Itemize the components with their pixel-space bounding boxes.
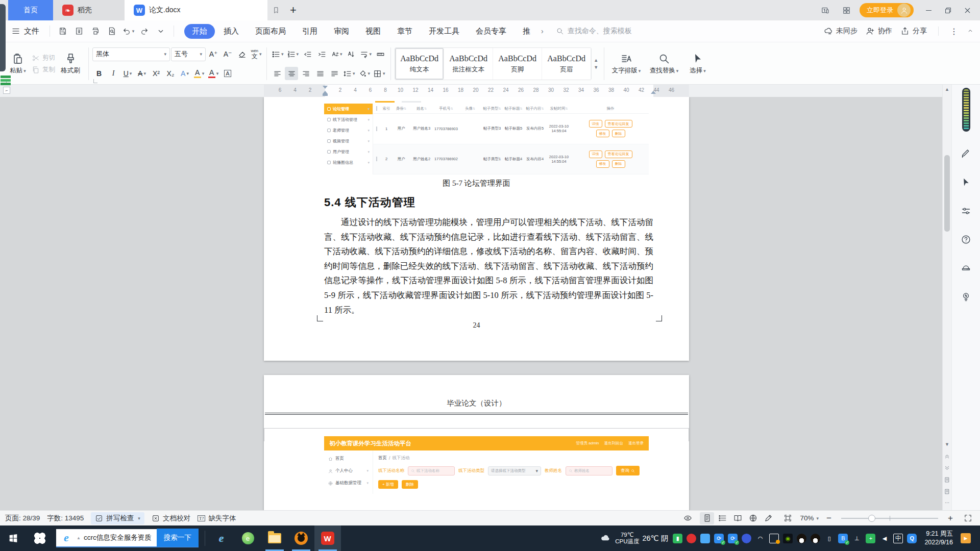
pinwheel-app-button[interactable]	[27, 525, 53, 551]
ribbon-tab[interactable]: 推	[515, 24, 538, 39]
zoom-in-button[interactable]: +	[945, 513, 955, 523]
style-scroll-up-icon[interactable]: ▲	[594, 58, 598, 63]
decrease-indent-button[interactable]	[301, 47, 314, 61]
page-view-button[interactable]	[700, 512, 714, 524]
ribbon-tab[interactable]: 会员专享	[468, 24, 514, 39]
taskbar-search-button[interactable]: 搜索一下	[157, 529, 199, 547]
fit-page-button[interactable]	[780, 512, 795, 524]
tab-home[interactable]: 首页	[8, 0, 53, 20]
start-button[interactable]	[0, 525, 27, 551]
save-button[interactable]	[55, 24, 70, 38]
shading-button[interactable]: ▾	[357, 67, 372, 80]
taskbar-clock[interactable]: 9:21 周五 2022/9/16	[924, 530, 953, 547]
font-color-button[interactable]: A▾	[207, 67, 220, 80]
more-commands-button[interactable]	[153, 24, 168, 38]
redo-button[interactable]	[137, 24, 152, 38]
ie-app-button[interactable]: e	[208, 525, 235, 551]
annotate-brush-icon[interactable]	[958, 145, 975, 162]
document-page-2[interactable]: 毕业论文（设计） 初小教育课外学习生活活动平台 管理员 admin 退出到前台 …	[264, 375, 689, 510]
text-direction-button[interactable]: ▾	[359, 47, 373, 61]
battery-icon[interactable]: ▯	[824, 534, 834, 543]
red-mascot-icon[interactable]	[687, 534, 696, 543]
zoom-out-button[interactable]: −	[824, 513, 834, 523]
increase-font-button[interactable]: A⁺	[207, 47, 220, 61]
security-shield-icon[interactable]	[742, 534, 751, 543]
ribbon-tab[interactable]: 插入	[216, 24, 247, 39]
numbered-list-button[interactable]: ▾	[286, 47, 300, 61]
login-button[interactable]: 立即登录	[860, 3, 914, 17]
print-button[interactable]	[88, 24, 103, 38]
style-scroll-down-icon[interactable]: ▼	[594, 65, 598, 70]
wifi-icon[interactable]: ◠	[755, 534, 765, 543]
bluetooth-icon[interactable]: B	[838, 534, 848, 543]
previous-page-icon[interactable]	[944, 453, 950, 460]
select-tool-icon[interactable]	[958, 173, 975, 191]
bold-button[interactable]: B	[92, 67, 106, 80]
edge-green-tool-icon[interactable]	[1, 74, 11, 87]
outline-view-button[interactable]	[715, 512, 729, 524]
strikethrough-button[interactable]: A▾	[135, 67, 149, 80]
ribbon-tab[interactable]: 审阅	[326, 24, 357, 39]
more-scroll-options-icon[interactable]: ⋯	[945, 500, 949, 505]
scrollbar-track[interactable]	[943, 94, 951, 440]
wps-app-button[interactable]: W	[314, 525, 341, 551]
new-tab-button[interactable]: +	[285, 0, 302, 20]
ribbon-tab[interactable]: 章节	[389, 24, 420, 39]
tab-stop-selector[interactable]: ⌐	[3, 87, 10, 94]
scroll-up-icon[interactable]: ▲	[943, 85, 951, 94]
clear-format-button[interactable]	[235, 47, 249, 61]
find-replace-button[interactable]: 查找替换▾	[645, 44, 683, 83]
weather-widget[interactable]: 79℃ CPU温度 26℃ 阴	[598, 532, 668, 544]
borders-button[interactable]: ▾	[372, 67, 386, 80]
text-layout-button[interactable]: 文字排版▾	[608, 44, 645, 83]
first-line-indent-marker[interactable]	[323, 86, 328, 89]
read-view-button[interactable]	[730, 512, 745, 524]
fullscreen-button[interactable]	[961, 512, 975, 524]
skin-theme-icon[interactable]	[958, 259, 975, 277]
decrease-font-button[interactable]: A⁻	[221, 47, 234, 61]
style-cell[interactable]: AaBbCcDd 页脚	[493, 48, 542, 80]
edge-tool-handle[interactable]	[0, 4, 6, 71]
ribbon-tab[interactable]: 开发工具	[421, 24, 467, 39]
select-button[interactable]: 选择▾	[683, 44, 712, 83]
qq-icon[interactable]	[797, 534, 806, 543]
ribbon-tab[interactable]: 开始	[184, 24, 215, 39]
usb-backup-icon[interactable]	[700, 534, 710, 543]
scroll-down-icon[interactable]: ▼	[943, 440, 951, 449]
file-explorer-button[interactable]	[261, 525, 288, 551]
browser-360-button[interactable]: e	[235, 525, 261, 551]
nvidia-icon[interactable]: ◉	[783, 534, 793, 543]
smart-tips-icon[interactable]	[958, 288, 975, 305]
collaborate-button[interactable]: 协作	[866, 27, 892, 36]
more-menu-icon[interactable]: ⋮	[950, 27, 959, 36]
ribbon-tab[interactable]: 页面布局	[248, 24, 293, 39]
cpu-monitor-icon[interactable]: ▮	[673, 534, 682, 543]
align-right-button[interactable]	[299, 67, 312, 80]
ribbon-tabs-overflow-icon[interactable]: ›	[540, 27, 545, 35]
ime-icon[interactable]: 中	[893, 534, 903, 543]
copy-button[interactable]: 复制	[32, 65, 55, 74]
horizontal-ruler[interactable]: ⌐ 64224681012141618202224262830323436384…	[0, 85, 942, 97]
print-preview-button[interactable]	[104, 24, 119, 38]
usb-device-icon[interactable]: ⊥	[852, 534, 862, 543]
ink-button[interactable]	[761, 512, 775, 524]
close-button[interactable]	[958, 0, 977, 20]
underline-button[interactable]: U▾	[121, 67, 134, 80]
document-page-1[interactable]: 论坛管理 ▾ 线下活动管理 ▾	[264, 97, 689, 361]
justify-button[interactable]	[313, 67, 327, 80]
browse-object2-icon[interactable]	[944, 488, 950, 495]
next-page-icon[interactable]	[944, 465, 950, 471]
zoom-slider[interactable]	[841, 518, 938, 519]
sync-status-button[interactable]: 未同步	[824, 27, 857, 36]
line-spacing-button[interactable]: ▾	[342, 67, 356, 80]
pin-tab-icon[interactable]	[273, 7, 280, 14]
style-cell[interactable]: AaBbCcDd 纯文本	[395, 48, 444, 80]
font-size-select[interactable]: 五号▾	[171, 47, 206, 61]
qianniu-app-button[interactable]	[288, 525, 314, 551]
apps-grid-icon[interactable]	[838, 3, 854, 17]
tab-docer[interactable]: ❧ 稻壳	[53, 0, 125, 20]
font-dialog-launcher-icon[interactable]	[93, 79, 97, 83]
minimize-button[interactable]	[919, 0, 938, 20]
command-search-input[interactable]: 查找命令、搜索模板	[556, 27, 632, 36]
sync-check2-icon[interactable]: ⟳	[728, 534, 738, 543]
